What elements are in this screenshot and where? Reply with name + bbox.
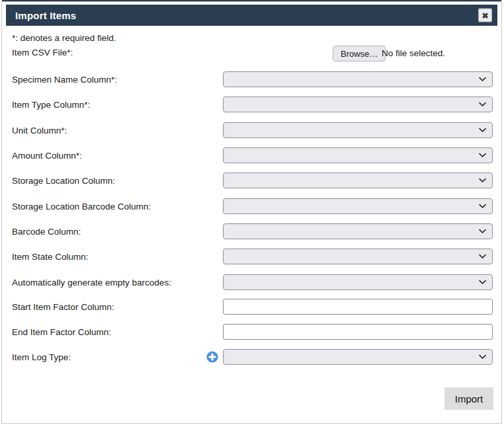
form-row: Item Log Type: (12, 349, 493, 365)
form-row: Specimen Name Column*: (12, 71, 493, 87)
form-row: Storage Location Column: (12, 173, 493, 188)
unit-column-select[interactable] (223, 122, 493, 138)
chevron-down-icon (479, 355, 486, 360)
chevron-down-icon (479, 178, 486, 183)
chevron-down-icon (479, 229, 486, 234)
end-item-factor-input[interactable] (223, 324, 493, 340)
specimen-name-column-label: Specimen Name Column*: (12, 75, 117, 85)
end-item-factor-column-label: End Item Factor Column: (12, 327, 111, 337)
item-state-column-label: Item State Column: (12, 252, 89, 262)
auto-generate-barcodes-select[interactable] (223, 274, 493, 290)
barcode-column-label: Barcode Column: (12, 227, 81, 237)
chevron-down-icon (479, 204, 486, 209)
amount-column-select[interactable] (223, 147, 493, 163)
item-log-type-label: Item Log Type: (12, 352, 71, 362)
chevron-down-icon (479, 102, 486, 107)
import-button[interactable]: Import (444, 387, 493, 410)
form-row: Start Item Factor Column: (12, 299, 493, 315)
page-top-edge (2, 0, 501, 1)
form-row: Unit Column*: (12, 122, 493, 138)
item-type-column-select[interactable] (223, 97, 493, 112)
item-type-column-label: Item Type Column*: (12, 100, 90, 110)
amount-column-label: Amount Column*: (12, 151, 82, 161)
required-field-note: *: denotes a required field. (12, 33, 116, 43)
chevron-down-icon (479, 254, 486, 259)
unit-column-label: Unit Column*: (12, 126, 67, 135)
chevron-down-icon (479, 153, 486, 158)
form-row: End Item Factor Column: (12, 324, 493, 340)
browse-button[interactable]: Browse… (333, 46, 386, 61)
chevron-down-icon (479, 280, 486, 285)
start-item-factor-input[interactable] (223, 299, 493, 315)
storage-location-column-label: Storage Location Column: (12, 176, 115, 186)
chevron-down-icon (479, 128, 486, 133)
form-row: Barcode Column: (12, 223, 493, 239)
storage-location-column-select[interactable] (223, 173, 493, 188)
form-row: Automatically generate empty barcodes: (12, 274, 493, 290)
file-status-text: No file selected. (382, 48, 445, 58)
chevron-down-icon (479, 77, 486, 82)
form-row: Item State Column: (12, 249, 493, 264)
item-log-type-select[interactable] (223, 349, 493, 365)
storage-location-barcode-column-select[interactable] (223, 198, 493, 214)
start-item-factor-column-label: Start Item Factor Column: (12, 302, 114, 312)
dialog-content: *: denotes a required field. Item CSV Fi… (0, 0, 504, 425)
item-csv-file-label: Item CSV File*: (12, 48, 73, 58)
form-row: Item Type Column*: (12, 97, 493, 112)
storage-location-barcode-column-label: Storage Location Barcode Column: (12, 202, 151, 212)
add-item-log-type-button[interactable] (206, 351, 218, 363)
form-row: Storage Location Barcode Column: (12, 198, 493, 214)
specimen-name-column-select[interactable] (223, 71, 493, 87)
auto-generate-barcodes-label: Automatically generate empty barcodes: (12, 278, 171, 288)
plus-icon (206, 351, 218, 363)
item-state-column-select[interactable] (223, 249, 493, 264)
form-row: Amount Column*: (12, 147, 493, 163)
barcode-column-select[interactable] (223, 223, 493, 239)
